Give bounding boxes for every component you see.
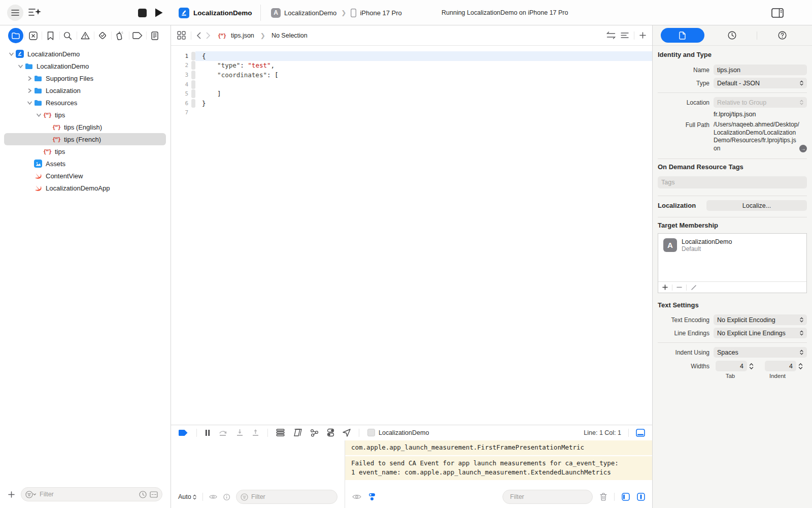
tree-row-folder[interactable]: Supporting Files (0, 72, 171, 84)
tab-help-inspector[interactable] (757, 25, 807, 46)
open-path-arrow-button[interactable]: → (799, 145, 807, 152)
disclosure-chevron-icon[interactable] (7, 52, 15, 56)
remove-target-button[interactable] (676, 284, 682, 290)
code-text[interactable]: { (195, 51, 652, 61)
console-log-row[interactable]: Failed to send CA Event for app launch m… (345, 456, 652, 481)
editor-options-icon[interactable] (621, 32, 629, 39)
code-text[interactable]: "coordinates": [ (195, 70, 652, 80)
indent-width-stepper[interactable] (798, 363, 803, 370)
add-button[interactable] (8, 491, 15, 498)
scheme-selector[interactable]: A LocalizationDemo ❯ iPhone 17 Pro (271, 0, 402, 25)
tree-row-folder[interactable]: LocalizationDemo (0, 60, 171, 72)
add-editor-button[interactable] (639, 32, 646, 39)
disclosure-chevron-icon[interactable] (25, 76, 33, 81)
disclosure-chevron-icon[interactable] (25, 88, 33, 93)
back-button[interactable] (196, 32, 201, 39)
variables-scope-dropdown[interactable]: Auto (178, 493, 196, 500)
window-tab[interactable]: LocalizationDemo (179, 0, 252, 25)
view-hierarchy-icon[interactable] (293, 429, 302, 437)
tree-row-json[interactable]: {“} tips (English) (0, 121, 171, 133)
environment-overrides-icon[interactable] (327, 428, 334, 437)
line-number[interactable]: 7 (171, 109, 191, 116)
simulate-location-icon[interactable] (343, 429, 351, 437)
ai-assistant-button[interactable] (28, 0, 42, 25)
code-line-4[interactable]: 4 (171, 80, 652, 89)
code-text[interactable]: } (195, 99, 652, 108)
tags-field[interactable] (658, 176, 807, 188)
code-text[interactable]: "type": "test", (195, 61, 652, 71)
breakpoints-toggle-icon[interactable] (178, 429, 188, 436)
line-number[interactable]: 3 (171, 72, 191, 78)
tree-row-project[interactable]: LocalizationDemo (0, 48, 171, 60)
type-dropdown[interactable]: Default - JSON (714, 78, 807, 88)
line-number[interactable]: 6 (171, 100, 191, 107)
line-number[interactable]: 4 (171, 81, 191, 88)
code-review-icon[interactable] (606, 31, 616, 39)
code-line-6[interactable]: 6} (171, 99, 652, 108)
line-number[interactable]: 5 (171, 90, 191, 97)
edit-target-button[interactable] (691, 284, 697, 291)
scheme-name[interactable]: LocalizationDemo (284, 9, 336, 17)
jumpbar-file[interactable]: tips.json (231, 32, 254, 39)
navigator-filter-input[interactable] (40, 491, 136, 498)
stop-button[interactable] (138, 0, 147, 25)
code-line-7[interactable]: 7 (171, 108, 652, 118)
line-number[interactable]: 2 (171, 62, 191, 69)
tab-issues[interactable] (77, 25, 94, 46)
source-editor[interactable]: 1{2 "type": "test",3 "coordinates": [45 … (171, 46, 652, 425)
tags-input[interactable] (661, 179, 803, 186)
console-log-row[interactable]: com.apple.app_launch_measurement.FirstFr… (345, 440, 652, 456)
tab-debug[interactable] (111, 25, 128, 46)
flags-filter-icon[interactable] (150, 491, 158, 498)
code-line-1[interactable]: 1{ (171, 51, 652, 61)
tree-row-swift[interactable]: ContentView (0, 170, 171, 182)
related-items-icon[interactable] (177, 31, 186, 40)
tab-history-inspector[interactable] (707, 25, 757, 46)
name-field[interactable] (714, 65, 807, 75)
tree-row-swift[interactable]: LocalizationDemoApp (0, 182, 171, 194)
tree-row-json[interactable]: {“} tips (0, 145, 171, 157)
tree-row-assets[interactable]: Assets (0, 157, 171, 170)
tree-row-json-selected[interactable]: {“} tips (French) (0, 133, 171, 145)
debug-process[interactable]: LocalizationDemo (367, 429, 429, 436)
disclosure-chevron-icon[interactable] (25, 101, 33, 105)
tab-tests[interactable] (94, 25, 111, 46)
line-endings-dropdown[interactable]: No Explicit Line Endings (714, 328, 807, 338)
run-button[interactable] (154, 0, 163, 25)
debug-view-stack-icon[interactable] (276, 429, 285, 436)
tree-row-folder[interactable]: Resources (0, 97, 171, 109)
tab-find[interactable] (59, 25, 77, 46)
code-text[interactable] (195, 108, 652, 118)
tab-source-control[interactable] (24, 25, 42, 46)
run-destination[interactable]: iPhone 17 Pro (360, 9, 401, 17)
step-over-button[interactable] (218, 429, 228, 436)
variables-filter-input[interactable] (251, 493, 333, 500)
inspector-toggle-button[interactable] (771, 0, 784, 25)
location-dropdown[interactable]: Relative to Group (714, 97, 807, 108)
quicklook-eye-icon[interactable] (352, 494, 361, 500)
quicklook-eye-icon[interactable] (209, 494, 217, 500)
tab-reports[interactable] (146, 25, 163, 46)
indent-width-input[interactable] (765, 361, 796, 371)
clear-console-trash-icon[interactable] (600, 493, 607, 501)
tab-breakpoints[interactable] (129, 25, 146, 46)
code-line-3[interactable]: 3 "coordinates": [ (171, 70, 652, 80)
recents-clock-icon[interactable] (139, 491, 147, 498)
tab-file-inspector[interactable] (658, 25, 707, 46)
console-filter-field[interactable] (502, 490, 593, 504)
add-target-button[interactable] (662, 284, 668, 290)
show-variables-panel-icon[interactable] (622, 493, 630, 501)
name-input[interactable] (717, 67, 803, 74)
show-console-panel-icon[interactable] (637, 493, 645, 501)
step-into-button[interactable] (236, 429, 244, 436)
info-icon[interactable] (223, 493, 230, 501)
tab-bookmarks[interactable] (42, 25, 59, 46)
console-filter-input[interactable] (510, 493, 592, 500)
text-encoding-dropdown[interactable]: No Explicit Encoding (714, 314, 807, 325)
disclosure-chevron-icon[interactable] (35, 113, 43, 117)
jumpbar-selection[interactable]: No Selection (272, 32, 308, 39)
disclosure-chevron-icon[interactable] (16, 64, 24, 69)
code-text[interactable] (195, 80, 652, 89)
pause-button[interactable] (205, 429, 210, 436)
navigator-filter-field[interactable] (21, 487, 162, 501)
